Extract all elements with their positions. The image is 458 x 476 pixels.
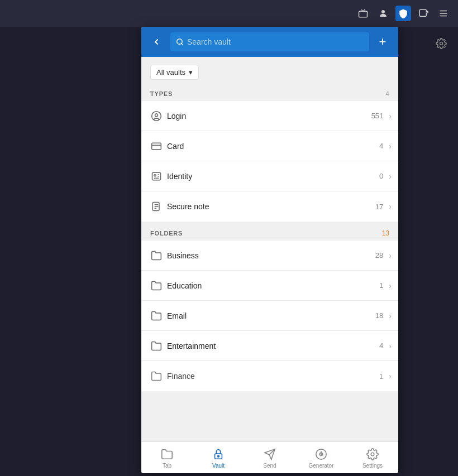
pocket-icon[interactable]	[355, 6, 371, 21]
secure-note-chevron-icon: ›	[389, 202, 392, 211]
svg-point-18	[218, 455, 220, 457]
vault-selector-chevron-icon: ▾	[189, 68, 193, 76]
card-type-count: 4	[379, 142, 383, 150]
svg-point-7	[152, 111, 161, 121]
tab-icon	[160, 448, 174, 461]
finance-folder-count: 1	[379, 372, 383, 381]
vault-selector-label: All vaults	[156, 68, 185, 76]
secure-note-type-item[interactable]: Secure note 17 ›	[141, 191, 398, 222]
generator-nav-item[interactable]: Generator	[295, 442, 347, 473]
browser-bar	[0, 0, 458, 27]
secure-note-icon	[148, 201, 165, 212]
bottom-nav: Tab Vault Send	[141, 441, 398, 473]
login-type-count: 551	[371, 112, 384, 120]
menu-icon[interactable]	[436, 6, 451, 21]
identity-icon	[148, 171, 165, 182]
vault-nav-label: Vault	[212, 463, 225, 469]
vault-nav-item[interactable]: Vault	[193, 442, 244, 473]
top-settings-gear-icon[interactable]	[433, 36, 449, 51]
generator-nav-label: Generator	[308, 463, 333, 469]
popup-header: +	[141, 27, 398, 57]
business-folder-label: Business	[165, 251, 375, 260]
extensions-icon[interactable]	[416, 6, 431, 21]
secure-note-type-count: 17	[375, 203, 383, 211]
send-nav-label: Send	[263, 463, 276, 469]
email-folder-label: Email	[165, 311, 375, 320]
business-folder-item[interactable]: Business 28 ›	[141, 241, 398, 271]
login-type-label: Login	[165, 112, 371, 121]
business-folder-count: 28	[375, 251, 383, 259]
avatar-icon[interactable]	[375, 6, 391, 21]
email-folder-item[interactable]: Email 18 ›	[141, 301, 398, 331]
education-folder-icon	[148, 280, 165, 291]
login-icon	[148, 110, 165, 122]
folders-section-title: FOLDERS	[150, 230, 183, 237]
send-icon	[263, 448, 276, 461]
education-folder-chevron-icon: ›	[389, 281, 392, 290]
identity-type-count: 0	[379, 172, 383, 180]
svg-point-4	[440, 42, 443, 45]
folders-section-header: FOLDERS 13	[141, 225, 398, 241]
identity-type-label: Identity	[165, 172, 379, 181]
card-icon	[148, 141, 165, 152]
send-nav-item[interactable]: Send	[244, 442, 295, 473]
vault-icon	[212, 448, 225, 461]
svg-point-8	[155, 113, 158, 116]
svg-line-6	[182, 44, 183, 45]
secure-note-type-label: Secure note	[165, 202, 375, 211]
business-folder-icon	[148, 250, 165, 261]
education-folder-label: Education	[165, 281, 379, 290]
entertainment-folder-icon	[148, 340, 165, 352]
folders-group: Business 28 › Education 1 ›	[141, 241, 398, 391]
back-button[interactable]	[148, 33, 166, 51]
business-folder-chevron-icon: ›	[389, 251, 392, 260]
generator-icon	[314, 448, 328, 461]
finance-folder-chevron-icon: ›	[389, 372, 392, 381]
svg-point-5	[177, 39, 182, 44]
login-type-item[interactable]: Login 551 ›	[141, 101, 398, 131]
vault-selector-area: All vaults ▾	[141, 57, 398, 85]
card-type-item[interactable]: Card 4 ›	[141, 131, 398, 161]
types-section-header: TYPES 4	[141, 85, 398, 101]
folders-section-count: 13	[382, 229, 389, 237]
card-type-label: Card	[165, 142, 379, 151]
search-icon	[176, 38, 184, 46]
bitwarden-popup: + All vaults ▾ TYPES 4	[141, 27, 398, 473]
finance-folder-icon	[148, 371, 165, 382]
search-input[interactable]	[187, 37, 364, 46]
entertainment-folder-item[interactable]: Entertainment 4 ›	[141, 331, 398, 361]
entertainment-folder-count: 4	[379, 342, 383, 350]
email-folder-count: 18	[375, 311, 383, 320]
email-folder-chevron-icon: ›	[389, 311, 392, 320]
education-folder-item[interactable]: Education 1 ›	[141, 271, 398, 301]
popup-body: All vaults ▾ TYPES 4 Login 551	[141, 57, 398, 441]
settings-nav-item[interactable]: Settings	[347, 442, 398, 473]
entertainment-folder-label: Entertainment	[165, 342, 379, 350]
email-folder-icon	[148, 310, 165, 321]
add-item-button[interactable]: +	[374, 33, 392, 51]
card-chevron-icon: ›	[389, 142, 392, 151]
identity-chevron-icon: ›	[389, 172, 392, 181]
entertainment-folder-chevron-icon: ›	[389, 342, 392, 350]
svg-point-12	[154, 174, 156, 176]
types-group: Login 551 › Card 4 ›	[141, 101, 398, 222]
types-section-title: TYPES	[150, 90, 173, 97]
education-folder-count: 1	[379, 281, 383, 290]
svg-point-23	[371, 453, 374, 456]
tab-nav-item[interactable]: Tab	[141, 442, 193, 473]
bitwarden-shield-icon[interactable]	[395, 6, 411, 21]
vault-selector-button[interactable]: All vaults ▾	[150, 65, 199, 80]
settings-nav-label: Settings	[362, 463, 383, 469]
login-chevron-icon: ›	[389, 112, 392, 121]
types-section-count: 4	[385, 90, 389, 98]
search-bar	[170, 32, 369, 51]
identity-type-item[interactable]: Identity 0 ›	[141, 161, 398, 191]
settings-icon	[366, 448, 379, 461]
svg-rect-9	[152, 143, 161, 150]
finance-folder-item[interactable]: Finance 1 ›	[141, 361, 398, 391]
svg-point-0	[381, 10, 385, 13]
finance-folder-label: Finance	[165, 372, 379, 381]
tab-nav-label: Tab	[163, 463, 171, 469]
svg-rect-11	[152, 172, 161, 180]
